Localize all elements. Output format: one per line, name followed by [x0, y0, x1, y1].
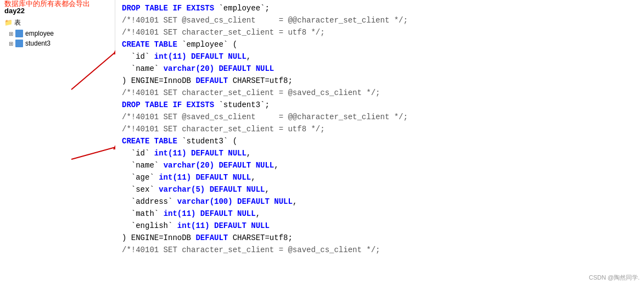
code-line-5: `id` int(11) DEFAULT NULL, — [115, 51, 644, 63]
code-line-2: /*!40101 SET @saved_cs_client = @@charac… — [115, 14, 644, 26]
sidebar-item-employee[interactable]: ⊞ employee — [0, 29, 115, 38]
code-area: DROP TABLE IF EXISTS `employee`; /*!4010… — [115, 0, 644, 284]
kw-create-2: CREATE TABLE — [122, 135, 182, 147]
sidebar: day22 📁 表 ⊞ employee ⊞ student3 数据库中的所有表… — [0, 0, 115, 53]
code-line-10: /*!40101 SET @saved_cs_client = @@charac… — [115, 111, 644, 123]
annotation-text: 数据库中的所有表都会导出 — [4, 0, 90, 9]
code-line-21: /*!40101 SET character_set_client = @sav… — [115, 244, 644, 256]
code-line-19: `english` int(11) DEFAULT NULL — [115, 220, 644, 232]
watermark: CSDN @陶然同学. — [589, 274, 640, 282]
code-line-4: CREATE TABLE `employee` ( — [115, 38, 644, 51]
code-line-9: DROP TABLE IF EXISTS `student3`; — [115, 99, 644, 111]
code-line-6: `name` varchar(20) DEFAULT NULL — [115, 63, 644, 75]
sidebar-panel: day22 📁 表 ⊞ employee ⊞ student3 数据库中的所有表… — [0, 0, 115, 284]
folder-icon: 📁 — [4, 19, 14, 26]
sidebar-item-student3[interactable]: ⊞ student3 — [0, 38, 115, 48]
code-line-14: `name` varchar(20) DEFAULT NULL, — [115, 159, 644, 171]
svg-line-2 — [71, 147, 115, 159]
sidebar-section-tables: 📁 表 — [0, 17, 115, 29]
expand-icon-student3: ⊞ — [9, 41, 13, 47]
code-line-12: CREATE TABLE `student3` ( — [115, 135, 644, 147]
code-line-16: `sex` varchar(5) DEFAULT NULL, — [115, 183, 644, 196]
code-line-7: ) ENGINE=InnoDB DEFAULT CHARSET=utf8; — [115, 75, 644, 87]
code-line-11: /*!40101 SET character_set_client = utf8… — [115, 123, 644, 135]
code-line-3: /*!40101 SET character_set_client = utf8… — [115, 26, 644, 38]
kw-create-1: CREATE TABLE — [122, 38, 182, 51]
table-name-student3: student3 — [25, 40, 51, 47]
kw-drop-1: DROP TABLE IF EXISTS — [122, 2, 219, 14]
code-line-13: `id` int(11) DEFAULT NULL, — [115, 147, 644, 159]
table-icon-student3 — [15, 40, 23, 47]
code-line-15: `age` int(11) DEFAULT NULL, — [115, 171, 644, 183]
svg-line-0 — [71, 52, 115, 90]
kw-drop-2: DROP TABLE IF EXISTS — [122, 99, 219, 111]
expand-icon-employee: ⊞ — [9, 31, 13, 37]
code-line-8: /*!40101 SET character_set_client = @sav… — [115, 87, 644, 99]
table-icon-employee — [15, 30, 23, 37]
table-name-employee: employee — [25, 30, 54, 37]
code-line-17: `address` varchar(100) DEFAULT NULL, — [115, 196, 644, 208]
code-line-1: DROP TABLE IF EXISTS `employee`; — [115, 2, 644, 14]
code-line-20: ) ENGINE=InnoDB DEFAULT CHARSET=utf8; — [115, 232, 644, 244]
code-line-18: `math` int(11) DEFAULT NULL, — [115, 208, 644, 220]
